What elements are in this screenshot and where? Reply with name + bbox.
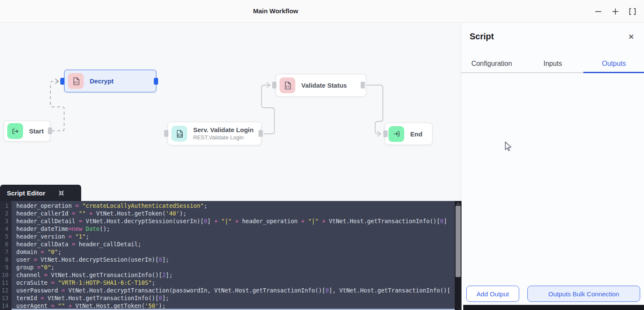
outputs-bulk-connection-button[interactable]: Outputs Bulk Connection (527, 286, 640, 302)
edge-validate-end (367, 85, 383, 134)
brackets-icon (628, 7, 637, 16)
code-line[interactable]: 2header_callerId = "" + VtNet.Host.getTo… (0, 210, 455, 217)
scrollbar-thumb[interactable] (456, 206, 461, 277)
svg-text:https: https (178, 134, 182, 136)
add-output-button[interactable]: Add Output (466, 286, 519, 302)
scroll-up-arrow-icon[interactable] (456, 202, 460, 205)
code-lines: 1header_operation = "createLocallyAuthen… (0, 202, 455, 310)
bottom-dark-bar (463, 305, 644, 310)
panel-tabs: Configuration Inputs Outputs (461, 55, 644, 73)
end-icon (388, 126, 404, 142)
code-line[interactable]: 10channel = VtNet.Host.getTransactionInf… (0, 271, 455, 279)
outputs-tab-content (461, 74, 644, 283)
plus-icon (611, 7, 620, 16)
collapse-icon[interactable] (57, 189, 65, 197)
node-serv-validate-login-title: Serv. Validate Login (193, 126, 253, 134)
end-input-handle[interactable] (383, 130, 388, 137)
decrypt-output-handle[interactable] (154, 78, 158, 85)
code-line[interactable]: 4header_dateTime=new Date(); (0, 225, 455, 233)
https-document-icon: https (171, 126, 187, 142)
tab-outputs[interactable]: Outputs (583, 55, 644, 72)
validate-status-output-handle[interactable] (361, 82, 365, 89)
panel-title: Script (470, 32, 494, 41)
node-start[interactable]: Start (3, 121, 50, 142)
zoom-out-button[interactable] (592, 5, 605, 18)
minus-icon (594, 7, 603, 16)
workflow-title: Main Workflow (253, 7, 298, 15)
code-line[interactable]: 13termId = VtNet.Host.getTransactionInfo… (0, 294, 455, 302)
node-serv-validate-login-subtitle: REST.Validate Login (193, 134, 253, 141)
edge-start-decrypt (50, 81, 64, 131)
script-editor-tab[interactable]: Script Editor (0, 185, 81, 201)
script-document-icon (279, 77, 295, 93)
start-output-handle[interactable] (48, 127, 52, 134)
canvas-zoom-controls (592, 5, 639, 18)
code-line[interactable]: 8user = VtNet.Host.decryptSession(userIn… (0, 256, 455, 263)
node-validate-status[interactable]: Validate Status (276, 74, 366, 97)
service-input-handle[interactable] (164, 130, 168, 137)
tab-inputs[interactable]: Inputs (522, 55, 583, 72)
node-decrypt[interactable]: Decrypt (64, 70, 156, 92)
script-editor-title: Script Editor (7, 189, 45, 197)
code-editor[interactable]: 1header_operation = "createLocallyAuthen… (0, 201, 462, 310)
start-icon (7, 123, 23, 139)
validate-status-input-handle[interactable] (272, 82, 276, 89)
code-line[interactable]: 6header_callData = header_callDetail; (0, 240, 455, 248)
decrypt-input-handle[interactable] (60, 78, 65, 85)
top-bar: Main Workflow (0, 0, 644, 23)
code-line[interactable]: 5header_version = "1"; (0, 233, 455, 240)
editor-vertical-scrollbar[interactable] (455, 201, 462, 310)
code-line[interactable]: 12userPassword = VtNet.Host.decryptTrans… (0, 286, 455, 294)
node-decrypt-label: Decrypt (90, 77, 114, 85)
node-start-label: Start (29, 127, 44, 135)
fit-view-button[interactable] (626, 5, 639, 18)
code-line[interactable]: 1header_operation = "createLocallyAuthen… (0, 202, 455, 210)
tab-configuration[interactable]: Configuration (461, 55, 522, 72)
script-document-icon (68, 73, 84, 89)
edge-service-validate (262, 85, 274, 134)
node-end-label: End (410, 130, 422, 138)
workflow-app: Main Workflow (0, 0, 644, 310)
code-line[interactable]: 9group ="0"; (0, 263, 455, 271)
code-line[interactable]: 11ocraSuite = "VRTR-1:HOTP-SHA1-6:C-T10S… (0, 279, 455, 286)
node-end[interactable]: End (385, 123, 432, 145)
service-output-handle[interactable] (259, 130, 263, 137)
script-editor-panel: Script Editor 1header_operation = "creat… (0, 185, 462, 310)
script-properties-panel: Script ✕ Configuration Inputs Outputs Ad… (461, 23, 644, 310)
code-line[interactable]: 7domain = "0"; (0, 248, 455, 256)
node-serv-validate-login[interactable]: https Serv. Validate Login REST.Validate… (168, 122, 262, 145)
code-line[interactable]: 3header_callDetail = VtNet.Host.decryptS… (0, 217, 455, 225)
zoom-in-button[interactable] (609, 5, 622, 18)
close-icon[interactable]: ✕ (626, 32, 636, 42)
node-validate-status-label: Validate Status (301, 82, 347, 89)
